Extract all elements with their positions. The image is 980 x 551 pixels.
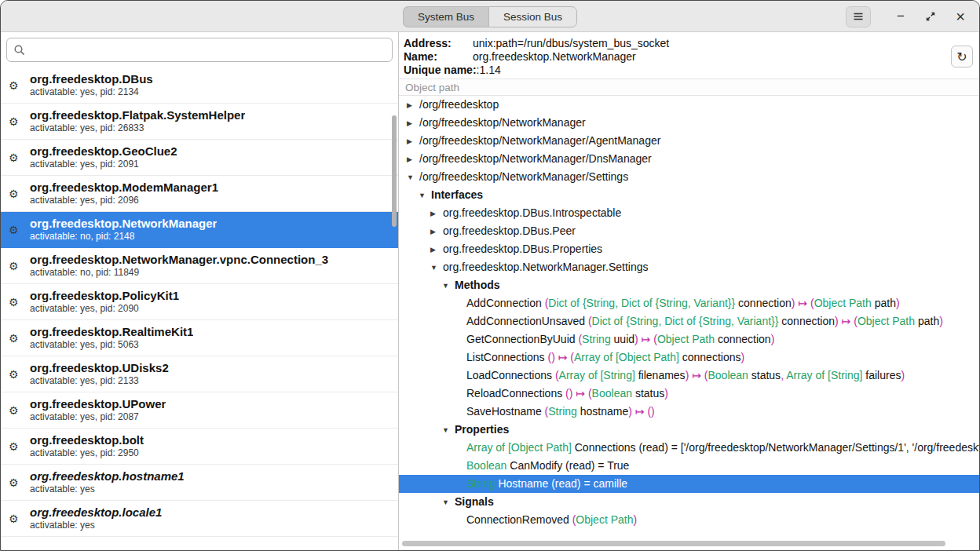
expander-right-icon[interactable]: ▶ [407,97,419,114]
service-detail: activatable: yes, pid: 2950 [30,447,144,459]
service-item[interactable]: ⚙org.freedesktop.boltactivatable: yes, p… [1,429,398,465]
tree-text-segment: connection [715,333,771,345]
tree-text-segment: path [872,297,896,309]
service-item[interactable]: ⚙org.freedesktop.UPoweractivatable: yes,… [1,392,398,429]
tree-row[interactable]: SaveHostname (String hostname) ↦ () [399,403,979,421]
tree-text-segment: ↦ [572,387,588,400]
search-input[interactable] [31,43,386,57]
service-item[interactable]: ⚙org.freedesktop.hostname1activatable: y… [1,465,398,501]
tree-text-segment: Array of [String] [786,369,862,381]
tree-row[interactable]: ▶org.freedesktop.DBus.Properties [399,240,979,258]
tree-text-segment: () [647,405,654,418]
tree-horizontal-scrollbar[interactable] [402,541,945,546]
tree-text-segment: AddConnection [466,297,545,309]
sidebar-scrollbar[interactable] [392,115,397,227]
service-item[interactable]: ⚙org.freedesktop.Flatpak.SystemHelperact… [1,104,398,140]
service-item[interactable]: ⚙org.freedesktop.login1 [1,537,398,550]
tree-text-segment: Array of [Object Path] [574,351,679,363]
tree-row[interactable]: ListConnections () ↦ (Array of [Object P… [399,348,979,367]
tree-row[interactable]: ▼Properties [399,421,979,439]
tree-row[interactable]: ▶/org/freedesktop/NetworkManager/DnsMana… [399,150,979,168]
menu-button[interactable] [846,6,871,27]
address-label: Address: [404,37,473,50]
close-button[interactable]: × [949,5,971,27]
tree-text-segment: Hostname (read) = camille [495,477,627,490]
service-item[interactable]: ⚙org.freedesktop.locale1activatable: yes [1,501,398,537]
service-name: org.freedesktop.hostname1 [30,469,185,483]
expander-right-icon[interactable]: ▶ [430,205,443,222]
service-item[interactable]: ⚙org.freedesktop.PolicyKit1activatable: … [1,284,398,320]
tree-row[interactable]: ▼/org/freedesktop/NetworkManager/Setting… [399,168,979,186]
minimize-button[interactable]: − [890,5,912,27]
tree-row[interactable]: ▼Signals [399,493,979,511]
tree-row[interactable]: ▶/org/freedesktop/NetworkManager [399,114,979,132]
tree-row[interactable]: AddConnection (Dict of {String, Dict of … [399,294,979,312]
tree-text-segment: Boolean [592,387,632,400]
detail-panel: Address: unix:path=/run/dbus/system_bus_… [399,32,979,550]
tab-system-bus[interactable]: System Bus [403,6,488,27]
tree-text-segment: ↦ [638,333,654,345]
expander-right-icon[interactable]: ▶ [407,115,419,132]
unique-name-label: Unique name: [404,64,477,77]
tree-row[interactable]: ▶/org/freedesktop [399,96,979,114]
tree-row[interactable]: ▼org.freedesktop.NetworkManager.Settings [399,258,979,276]
tree-row[interactable]: ▶/org/freedesktop/NetworkManager/AgentMa… [399,132,979,150]
tree-row[interactable]: LoadConnections (Array of [String] filen… [399,367,979,385]
refresh-button[interactable]: ↻ [951,46,973,68]
expander-right-icon[interactable]: ▶ [407,151,419,168]
service-item[interactable]: ⚙org.freedesktop.NetworkManageractivatab… [1,212,398,248]
service-gear-icon: ⚙ [9,332,23,345]
tree-row[interactable]: ConnectionRemoved (Object Path) [399,511,979,529]
tree-text-segment: Object Path [657,333,715,345]
tab-session-bus[interactable]: Session Bus [488,6,577,27]
expander-right-icon[interactable]: ▶ [407,133,419,150]
tree-text-segment: Boolean [708,369,748,381]
expander-down-icon[interactable]: ▼ [419,187,431,204]
service-name: org.freedesktop.GeoClue2 [30,144,177,159]
tree-text-segment: String [466,477,495,490]
tree-text-segment: ) [633,513,637,526]
service-list: ⚙org.freedesktop.DBusactivatable: yes, p… [1,68,398,550]
unique-name-row: Unique name: :1.14 [404,64,948,77]
service-item[interactable]: ⚙org.freedesktop.ModemManager1activatabl… [1,176,398,212]
tree-text-segment: org.freedesktop.NetworkManager.Settings [443,261,648,273]
expander-down-icon[interactable]: ▼ [442,277,455,294]
main-area: ⚙org.freedesktop.DBusactivatable: yes, p… [1,32,979,550]
tree-text-segment: Signals [455,495,494,508]
titlebar: System Bus Session Bus − × [1,1,979,32]
expander-right-icon[interactable]: ▶ [430,223,443,240]
service-detail: activatable: yes, pid: 2087 [30,411,166,423]
tree-row[interactable]: Array of [Object Path] Connections (read… [399,439,979,457]
expander-down-icon[interactable]: ▼ [442,421,455,439]
service-name: org.freedesktop.RealtimeKit1 [30,325,193,339]
maximize-button[interactable] [920,5,942,27]
tree-row[interactable]: ▶org.freedesktop.DBus.Peer [399,222,979,240]
tree-text-segment: CanModify (read) = True [506,459,629,472]
tree-row[interactable]: GetConnectionByUuid (String uuid) ↦ (Obj… [399,330,979,348]
service-item[interactable]: ⚙org.freedesktop.GeoClue2activatable: ye… [1,140,398,176]
expander-right-icon[interactable]: ▶ [430,241,443,258]
search-box[interactable] [6,38,393,62]
tree-row[interactable]: ▼Interfaces [399,186,979,204]
tree-row[interactable]: ▶org.freedesktop.DBus.Introspectable [399,204,979,222]
expander-down-icon[interactable]: ▼ [442,494,455,511]
tree-text-segment: filenames [635,369,686,381]
expander-down-icon[interactable]: ▼ [407,169,419,186]
tree-text-segment: Methods [455,279,500,291]
tree-text-segment: Array of [String] [559,369,635,381]
tree-row[interactable]: ▼Methods [399,276,979,294]
expander-down-icon[interactable]: ▼ [430,259,443,276]
service-name: org.freedesktop.bolt [30,433,144,447]
service-item[interactable]: ⚙org.freedesktop.DBusactivatable: yes, p… [1,68,398,104]
service-item[interactable]: ⚙org.freedesktop.RealtimeKit1activatable… [1,320,398,356]
tree-row[interactable]: String Hostname (read) = camille [399,475,979,493]
tree-row[interactable]: Boolean CanModify (read) = True [399,457,979,475]
service-detail: activatable: no, pid: 11849 [30,267,328,279]
address-value: unix:path=/run/dbus/system_bus_socket [473,37,669,50]
tree-row[interactable]: AddConnectionUnsaved (Dict of {String, D… [399,312,979,330]
tree-row[interactable]: ReloadConnections () ↦ (Boolean status) [399,385,979,403]
tree-text-segment: path [915,315,939,327]
service-item[interactable]: ⚙org.freedesktop.UDisks2activatable: yes… [1,356,398,392]
service-item[interactable]: ⚙org.freedesktop.NetworkManager.vpnc.Con… [1,248,398,284]
service-gear-icon: ⚙ [9,513,23,525]
